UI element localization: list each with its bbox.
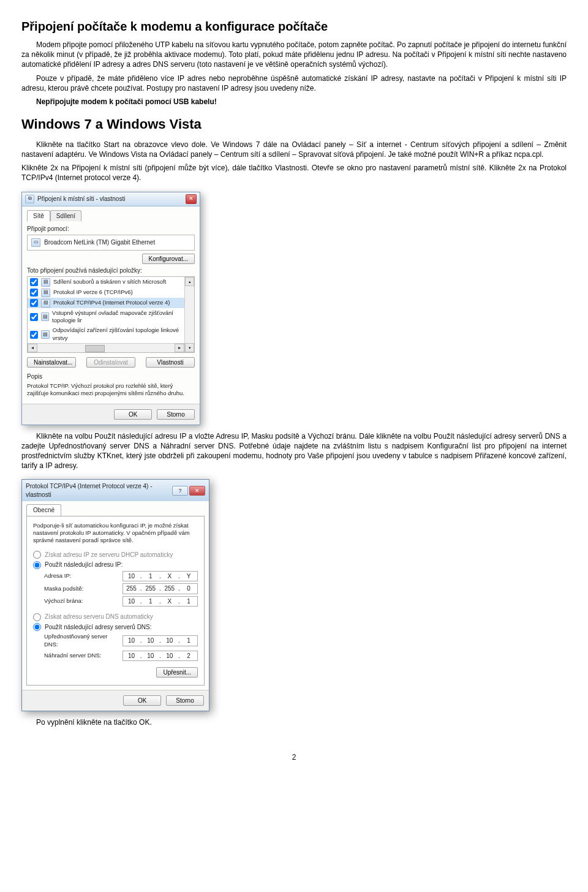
close-icon[interactable]: ✕ <box>189 486 205 496</box>
ip-input[interactable]: 10. 1. X. Y <box>123 571 198 582</box>
item-checkbox[interactable] <box>30 331 38 339</box>
radio-label: Získat adresu IP ze serveru DHCP automat… <box>45 551 173 559</box>
radio-input[interactable] <box>33 613 41 621</box>
scroll-up-icon[interactable]: ▴ <box>185 277 194 286</box>
label-mask: Maska podsítě: <box>44 585 123 593</box>
item-checkbox[interactable] <box>30 278 38 286</box>
description-text: Protokol TCP/IP. Výchozí protokol pro ro… <box>27 382 195 398</box>
install-button[interactable]: Nainstalovat... <box>27 357 76 368</box>
radio-auto-ip[interactable]: Získat adresu IP ze serveru DHCP automat… <box>33 551 198 559</box>
description-label: Popis <box>27 372 195 381</box>
paragraph: Klikněte na volbu Použít následující adr… <box>21 431 567 471</box>
label-dns1: Upřednostňovaný server DNS: <box>44 633 123 649</box>
cancel-button[interactable]: Storno <box>166 695 204 706</box>
scroll-left-icon[interactable]: ◂ <box>28 344 37 352</box>
label-ip: Adresa IP: <box>44 572 123 580</box>
component-icon: ▤ <box>41 330 50 339</box>
radio-label: Použít následující adresu IP: <box>45 561 123 569</box>
scroll-thumb[interactable] <box>85 345 105 352</box>
paragraph: Po vyplnění klikněte na tlačítko OK. <box>21 717 567 727</box>
titlebar[interactable]: Protokol TCP/IPv4 (Internet Protocol ver… <box>22 480 209 501</box>
item-checkbox[interactable] <box>30 289 38 297</box>
item-label: Vstupně výstupní ovladač mapovače zjišťo… <box>52 309 182 325</box>
page-number: 2 <box>21 752 567 762</box>
item-label: Odpovídající zařízení zjišťování topolog… <box>53 327 182 342</box>
item-checkbox[interactable] <box>30 313 38 321</box>
radio-label: Získat adresu serveru DNS automaticky <box>45 613 153 621</box>
label-connect-using: Připojit pomocí: <box>27 225 195 233</box>
adapter-field: ▭ Broadcom NetLink (TM) Gigabit Ethernet <box>27 235 195 251</box>
label-dns2: Náhradní server DNS: <box>44 652 123 660</box>
radio-input[interactable] <box>33 551 41 559</box>
heading-windows: Windows 7 a Windows Vista <box>21 115 567 134</box>
paragraph: Klikněte 2x na Připojení k místní síti (… <box>21 163 567 183</box>
dns1-input[interactable]: 10. 10. 10. 1 <box>123 635 198 646</box>
component-icon: ▤ <box>41 312 49 321</box>
paragraph: Klikněte na tlačítko Start na obrazovce … <box>21 140 567 159</box>
radio-manual-ip[interactable]: Použít následující adresu IP: <box>33 561 198 569</box>
radio-input[interactable] <box>33 561 41 569</box>
ok-button[interactable]: OK <box>123 695 161 706</box>
paragraph: Modem připojte pomocí přiloženého UTP ka… <box>21 40 567 70</box>
titlebar[interactable]: ⧉ Připojení k místní síti - vlastnosti ✕ <box>22 192 200 206</box>
lan-properties-dialog: ⧉ Připojení k místní síti - vlastnosti ✕… <box>21 192 200 425</box>
cancel-button[interactable]: Storno <box>157 409 195 420</box>
label-gateway: Výchozí brána: <box>44 597 123 605</box>
adapter-icon: ▭ <box>31 238 40 247</box>
mask-input[interactable]: 255. 255. 255. 0 <box>123 583 198 594</box>
h-scrollbar[interactable]: ◂ ▸ <box>28 343 184 352</box>
configure-button[interactable]: Konfigurovat... <box>142 254 195 264</box>
intro-text: Podporuje-li síť automatickou konfigurac… <box>33 522 198 545</box>
gateway-input[interactable]: 10. 1. X. 1 <box>123 596 198 607</box>
uninstall-button: Odinstalovat <box>86 357 135 368</box>
close-icon[interactable]: ✕ <box>186 194 197 204</box>
window-icon: ⧉ <box>25 195 34 203</box>
radio-auto-dns[interactable]: Získat adresu serveru DNS automaticky <box>33 613 198 621</box>
scroll-right-icon[interactable]: ▸ <box>175 344 184 352</box>
warning-usb: Nepřipojujte modem k počítači pomocí USB… <box>21 97 567 107</box>
v-scrollbar[interactable]: ▴ ▾ <box>184 277 194 352</box>
window-title: Připojení k místní síti - vlastnosti <box>37 195 125 203</box>
help-icon[interactable]: ? <box>172 486 188 496</box>
scroll-down-icon[interactable]: ▾ <box>185 343 194 352</box>
components-listbox[interactable]: ▤Sdílení souborů a tiskáren v sítích Mic… <box>27 276 195 353</box>
adapter-name: Broadcom NetLink (TM) Gigabit Ethernet <box>44 238 155 247</box>
tab-sharing[interactable]: Sdílení <box>50 210 81 222</box>
tab-general[interactable]: Obecné <box>26 504 61 516</box>
radio-label: Použít následující adresy serverů DNS: <box>45 623 152 632</box>
radio-input[interactable] <box>33 623 41 631</box>
item-checkbox[interactable] <box>30 299 38 307</box>
item-label: Protokol IP verze 6 (TCP/IPv6) <box>53 289 133 297</box>
ipv4-properties-dialog: Protokol TCP/IPv4 (Internet Protocol ver… <box>21 479 209 711</box>
dns2-input[interactable]: 10. 10. 10. 2 <box>123 651 198 662</box>
properties-button[interactable]: Vlastnosti <box>146 357 195 368</box>
advanced-button[interactable]: Upřesnit... <box>156 667 198 678</box>
ok-button[interactable]: OK <box>114 409 152 420</box>
component-icon: ▤ <box>41 289 50 297</box>
tab-networks[interactable]: Sítě <box>27 210 50 222</box>
label-items: Toto připojení používá následující polož… <box>27 266 195 275</box>
radio-manual-dns[interactable]: Použít následující adresy serverů DNS: <box>33 623 198 632</box>
item-label: Protokol TCP/IPv4 (Internet Protocol ver… <box>53 299 170 307</box>
component-icon: ▤ <box>41 299 50 308</box>
window-title: Protokol TCP/IPv4 (Internet Protocol ver… <box>26 482 172 499</box>
paragraph: Pouze v případě, že máte přiděleno více … <box>21 74 567 93</box>
heading-connect: Připojení počítače k modemu a konfigurac… <box>21 18 567 35</box>
item-label: Sdílení souborů a tiskáren v sítích Micr… <box>53 278 166 286</box>
component-icon: ▤ <box>41 278 50 287</box>
